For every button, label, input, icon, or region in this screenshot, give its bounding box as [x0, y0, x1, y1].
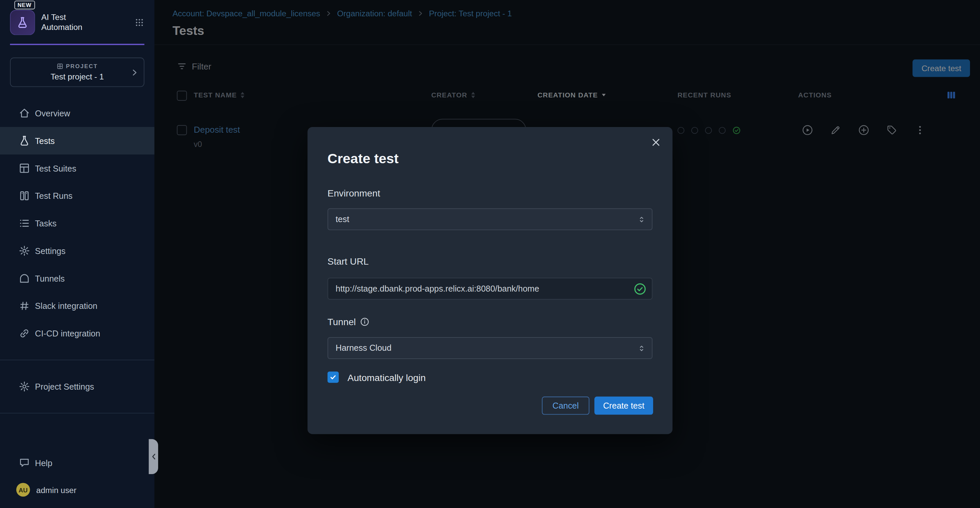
tunnel-value: Harness Cloud	[336, 343, 391, 353]
info-icon[interactable]	[360, 317, 369, 326]
sidebar-item-label: Tunnels	[35, 274, 64, 283]
start-url-input[interactable]	[328, 278, 652, 300]
module-switcher-button[interactable]	[135, 18, 145, 27]
chevron-left-icon	[150, 453, 156, 460]
start-url-label: Start URL	[328, 256, 369, 266]
gear-icon	[19, 245, 30, 257]
sidebar-item-test-runs[interactable]: Test Runs	[0, 182, 154, 209]
valid-check-icon	[634, 282, 646, 295]
app-root: NEW AI Test Automation	[0, 0, 980, 508]
modal-title: Create test	[328, 150, 399, 167]
sidebar-item-help[interactable]: Help	[0, 449, 154, 477]
sidebar-item-label: Slack integration	[35, 301, 97, 310]
sidebar-item-label: Tests	[35, 136, 54, 145]
cancel-button[interactable]: Cancel	[542, 397, 589, 415]
new-badge: NEW	[14, 1, 35, 9]
sidebar-item-test-suites[interactable]: Test Suites	[0, 155, 154, 182]
waffle-icon	[135, 18, 145, 27]
home-icon	[19, 108, 30, 119]
sidebar-item-project-settings[interactable]: Project Settings	[0, 373, 154, 400]
columns-icon	[19, 190, 30, 201]
sidebar-divider	[0, 360, 154, 360]
sidebar-item-label: Help	[35, 458, 52, 467]
sidebar-item-label: Project Settings	[35, 382, 94, 391]
close-icon[interactable]	[651, 137, 662, 148]
select-chevrons-icon	[638, 214, 646, 224]
chevron-right-icon	[130, 68, 138, 77]
chat-icon	[19, 457, 30, 468]
flask-icon	[19, 135, 30, 146]
environment-label: Environment	[328, 187, 380, 198]
select-chevrons-icon	[638, 343, 646, 353]
modal-actions: Cancel Create test	[542, 397, 653, 415]
create-test-modal: Create test Environment test Start URL	[308, 127, 673, 434]
sidebar-nav: Overview Tests Test Suites	[0, 99, 154, 347]
sidebar-item-label: Overview	[35, 109, 70, 118]
sidebar-item-tunnels[interactable]: Tunnels	[0, 265, 154, 292]
project-selector[interactable]: PROJECT Test project - 1	[10, 58, 145, 87]
sidebar-item-tasks[interactable]: Tasks	[0, 209, 154, 237]
start-url-field-wrap	[328, 278, 652, 300]
user-name: admin user	[36, 485, 76, 494]
sidebar-item-label: Settings	[35, 246, 65, 255]
flask-logo-icon	[16, 16, 29, 29]
app-logo	[10, 10, 35, 35]
auto-login-checkbox-row[interactable]: Automatically login	[328, 372, 426, 383]
link-icon	[19, 328, 30, 339]
list-icon	[19, 218, 30, 229]
sidebar-item-label: Test Runs	[35, 191, 72, 200]
sidebar-item-slack-integration[interactable]: Slack integration	[0, 292, 154, 320]
avatar: AU	[16, 483, 30, 496]
project-icon	[56, 63, 63, 69]
gear-icon	[19, 381, 30, 392]
tunnel-select[interactable]: Harness Cloud	[328, 337, 652, 359]
sidebar-item-label: CI-CD integration	[35, 329, 100, 338]
tunnel-label: Tunnel	[328, 316, 370, 327]
sidebar: NEW AI Test Automation	[0, 0, 154, 508]
sidebar-item-label: Tasks	[35, 219, 56, 228]
sidebar-item-label: Test Suites	[35, 164, 76, 173]
project-name: Test project - 1	[17, 72, 138, 81]
checked-checkbox-icon[interactable]	[328, 372, 339, 383]
slack-icon	[19, 300, 30, 312]
sidebar-collapse-handle[interactable]	[149, 439, 158, 474]
sidebar-item-cicd-integration[interactable]: CI-CD integration	[0, 319, 154, 347]
auto-login-label: Automatically login	[347, 372, 426, 382]
sidebar-bottom: Help AU admin user	[0, 449, 154, 502]
user-menu[interactable]: AU admin user	[0, 477, 154, 502]
environment-value: test	[336, 214, 349, 224]
app-title: AI Test Automation	[41, 13, 83, 33]
grid-icon	[19, 163, 30, 174]
sidebar-item-settings[interactable]: Settings	[0, 237, 154, 265]
sidebar-divider	[0, 413, 154, 414]
sidebar-item-overview[interactable]: Overview	[0, 99, 154, 127]
modal-create-test-button[interactable]: Create test	[594, 397, 653, 415]
environment-select[interactable]: test	[328, 208, 652, 230]
sidebar-item-tests[interactable]: Tests	[0, 127, 154, 155]
tunnel-icon	[19, 273, 30, 284]
project-label: PROJECT	[66, 63, 98, 69]
